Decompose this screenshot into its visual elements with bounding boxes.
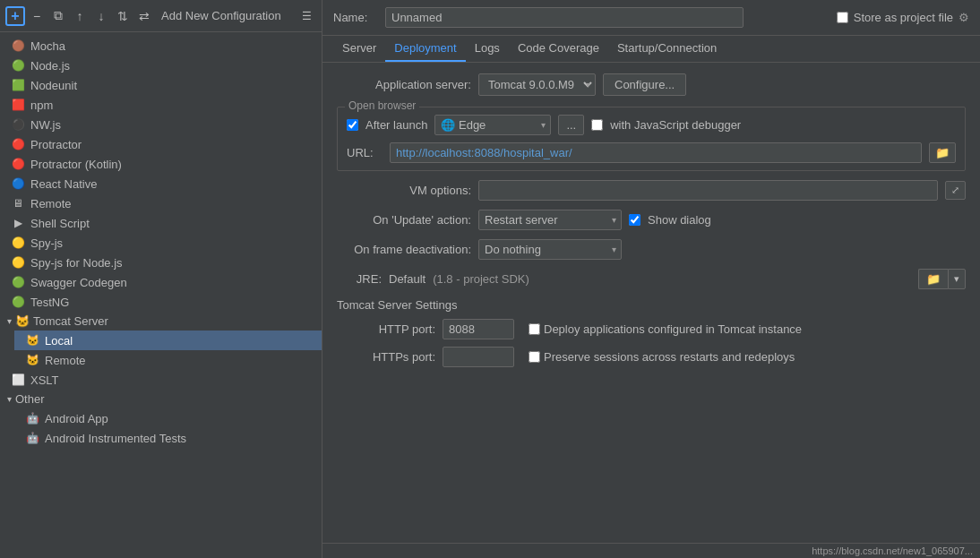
tab-deployment[interactable]: Deployment xyxy=(385,36,465,62)
sidebar-item-android-instrumented[interactable]: 🤖 Android Instrumented Tests xyxy=(14,428,322,448)
right-panel-wrapper: Name: Store as project file ⚙ Server Dep… xyxy=(322,0,980,558)
browser-row: After launch 🌐 Edge ... with JavaScript … xyxy=(347,115,956,135)
sidebar-item-local[interactable]: 🐱 Local xyxy=(14,331,322,350)
sidebar-item-spy-js[interactable]: 🟡 Spy-js xyxy=(0,233,322,253)
tabs-row: Server Deployment Logs Code Coverage Sta… xyxy=(322,36,980,63)
store-project-checkbox[interactable] xyxy=(837,12,848,23)
sidebar-item-spy-js-node[interactable]: 🟡 Spy-js for Node.js xyxy=(0,253,322,272)
sidebar-item-remote-tomcat[interactable]: 🐱 Remote xyxy=(14,350,322,370)
preserve-label: Preserve sessions across restarts and re… xyxy=(529,350,795,364)
app-server-select[interactable]: Tomcat 9.0.0.M9 xyxy=(478,73,596,96)
sidebar-item-label: Protractor (Kotlin) xyxy=(30,158,122,171)
sidebar-item-testng[interactable]: 🟢 TestNG xyxy=(0,292,322,312)
left-panel: + − ⧉ ↑ ↓ ⇅ ⇄ Add New Configuration ☰ 🟤 … xyxy=(0,0,322,558)
move-config-type-button[interactable]: ⇄ xyxy=(134,6,154,26)
browser-dots-button[interactable]: ... xyxy=(558,115,584,135)
sidebar-item-shell-script[interactable]: ▶ Shell Script xyxy=(0,213,322,233)
store-project-row: Store as project file ⚙ xyxy=(837,11,969,24)
protractor-icon: 🔴 xyxy=(11,137,25,151)
name-row: Name: Store as project file ⚙ xyxy=(322,0,980,36)
move-up-button[interactable]: ↑ xyxy=(70,6,90,26)
after-launch-checkbox[interactable] xyxy=(347,119,358,131)
sidebar-item-xslt[interactable]: ⬜ XSLT xyxy=(0,370,322,390)
sidebar-item-swagger-codegen[interactable]: 🟢 Swagger Codegen xyxy=(0,272,322,292)
local-icon: 🐱 xyxy=(25,333,39,348)
remove-config-button[interactable]: − xyxy=(27,6,47,26)
jre-buttons: 📁 ▾ xyxy=(918,269,966,289)
show-dialog-checkbox[interactable] xyxy=(629,214,640,226)
settings-gear-icon[interactable]: ⚙ xyxy=(959,11,969,24)
open-browser-legend: Open browser xyxy=(345,99,419,112)
on-frame-select-wrapper: Do nothing xyxy=(478,239,622,260)
http-port-label: HTTP port: xyxy=(337,322,435,336)
sidebar-item-label: Android Instrumented Tests xyxy=(45,432,186,445)
jre-value: Default xyxy=(389,272,426,286)
http-port-input[interactable] xyxy=(443,319,514,339)
chevron-down-icon: ▾ xyxy=(7,394,12,404)
swagger-codegen-icon: 🟢 xyxy=(11,275,25,289)
browser-select-wrapper: 🌐 Edge xyxy=(434,115,551,135)
configure-button[interactable]: Configure... xyxy=(603,73,686,96)
sidebar-item-label: Nodeunit xyxy=(30,79,77,92)
sidebar-item-protractor-kotlin[interactable]: 🔴 Protractor (Kotlin) xyxy=(0,154,322,174)
https-port-input[interactable] xyxy=(443,347,514,367)
jre-folder-button[interactable]: 📁 xyxy=(918,269,948,289)
show-dialog-label: Show dialog xyxy=(648,213,711,227)
tab-startup-connection[interactable]: Startup/Connection xyxy=(608,36,726,62)
spy-js-icon: 🟡 xyxy=(11,236,25,250)
tab-server[interactable]: Server xyxy=(333,36,385,62)
toolbar: + − ⧉ ↑ ↓ ⇅ ⇄ Add New Configuration ☰ xyxy=(0,0,322,32)
sidebar-item-label: Mocha xyxy=(30,39,65,53)
vm-expand-button[interactable]: ⤢ xyxy=(945,181,966,200)
mocha-icon: 🟤 xyxy=(11,39,25,53)
settings-section: Tomcat Server Settings xyxy=(337,298,966,312)
tomcat-server-icon: 🐱 xyxy=(15,314,30,328)
deploy-checkbox[interactable] xyxy=(529,323,540,335)
tomcat-server-group[interactable]: ▾ 🐱 Tomcat Server xyxy=(0,312,322,331)
settings-title: Tomcat Server Settings xyxy=(337,298,457,312)
on-update-select[interactable]: Restart server xyxy=(478,210,622,230)
other-group[interactable]: ▾ Other xyxy=(0,390,322,408)
js-debugger-checkbox[interactable] xyxy=(591,119,603,131)
sidebar-item-react-native[interactable]: 🔵 React Native xyxy=(0,174,322,193)
name-input[interactable] xyxy=(385,7,744,28)
filter-button[interactable]: ☰ xyxy=(297,6,316,26)
tab-code-coverage[interactable]: Code Coverage xyxy=(509,36,608,62)
nodeunit-icon: 🟩 xyxy=(11,78,25,92)
jre-dropdown-button[interactable]: ▾ xyxy=(948,269,966,289)
on-frame-select[interactable]: Do nothing xyxy=(478,239,622,260)
sidebar-item-label: TestNG xyxy=(30,296,69,309)
browser-select[interactable]: 🌐 Edge xyxy=(434,115,551,135)
nwjs-icon: ⚫ xyxy=(11,117,25,132)
sidebar-item-nodeunit[interactable]: 🟩 Nodeunit xyxy=(0,75,322,95)
sidebar-item-label: Shell Script xyxy=(30,217,90,230)
remote-tomcat-icon: 🐱 xyxy=(25,353,39,367)
deploy-label: Deploy applications configured in Tomcat… xyxy=(529,322,802,336)
http-port-row: HTTP port: Deploy applications configure… xyxy=(337,319,966,339)
sidebar-item-protractor[interactable]: 🔴 Protractor xyxy=(0,134,322,154)
copy-config-button[interactable]: ⧉ xyxy=(48,6,68,26)
sidebar-item-label: React Native xyxy=(30,177,97,191)
status-bar: https://blog.csdn.net/new1_065907... xyxy=(322,543,980,558)
preserve-checkbox[interactable] xyxy=(529,351,540,363)
sort-button[interactable]: ⇅ xyxy=(113,6,133,26)
url-input[interactable] xyxy=(390,142,922,163)
tomcat-server-children: 🐱 Local 🐱 Remote xyxy=(0,331,322,370)
url-folder-button[interactable]: 📁 xyxy=(929,142,956,163)
sidebar-item-nodejs[interactable]: 🟢 Node.js xyxy=(0,56,322,75)
move-down-button[interactable]: ↓ xyxy=(91,6,111,26)
sidebar-item-nwjs[interactable]: ⚫ NW.js xyxy=(0,115,322,134)
app-server-select-wrapper: Tomcat 9.0.0.M9 xyxy=(478,73,596,96)
tomcat-server-label: Tomcat Server xyxy=(33,314,108,328)
tab-logs[interactable]: Logs xyxy=(466,36,509,62)
on-frame-label: On frame deactivation: xyxy=(337,243,471,256)
url-row: URL: 📁 xyxy=(347,142,956,163)
sidebar-item-npm[interactable]: 🟥 npm xyxy=(0,95,322,115)
sidebar-item-mocha[interactable]: 🟤 Mocha xyxy=(0,36,322,56)
add-config-button[interactable]: + xyxy=(5,6,25,26)
vm-options-row: VM options: ⤢ xyxy=(337,180,966,201)
sidebar-item-android-app[interactable]: 🤖 Android App xyxy=(14,408,322,428)
on-update-label: On 'Update' action: xyxy=(337,213,471,227)
sidebar-item-remote[interactable]: 🖥 Remote xyxy=(0,193,322,213)
vm-options-input[interactable] xyxy=(478,180,938,201)
